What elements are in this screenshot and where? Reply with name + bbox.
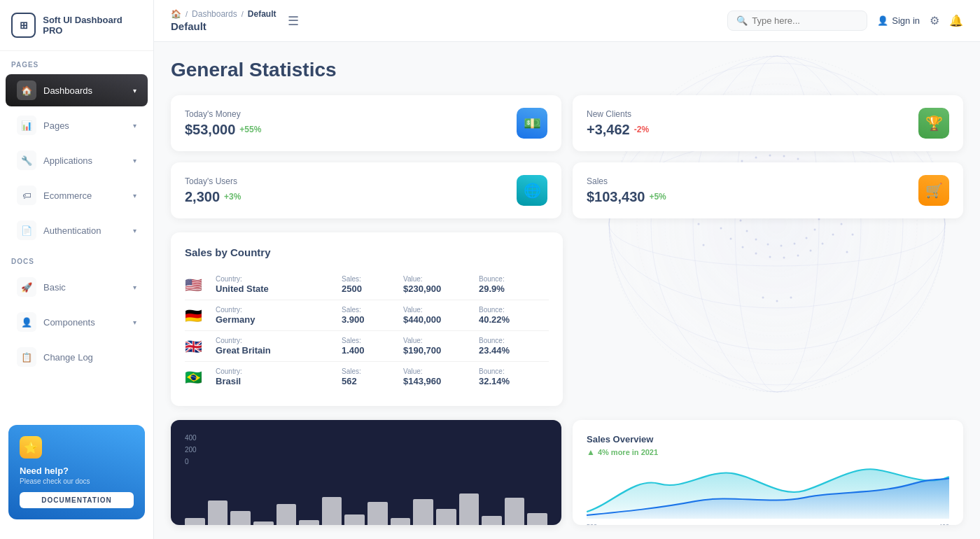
country-table: 🇺🇸 Country: United State Sales: 2500 Val… [185,270,549,392]
breadcrumb: 🏠 / Dashboards / Default [171,9,276,19]
stat-icon-money: 💵 [517,108,547,139]
basic-icon: 🚀 [17,277,36,297]
stat-value-clients: +3,462 [587,122,630,138]
sidebar-item-pages[interactable]: 📊 Pages ▾ [6,109,148,141]
topbar: 🏠 / Dashboards / Default Default ☰ 🔍 👤 S… [154,0,980,42]
chevron-basic: ▾ [133,284,136,291]
so-y2: 400 [939,523,949,525]
main-area: 🏠 / Dashboards / Default Default ☰ 🔍 👤 S… [154,0,980,539]
sales-country-card: Sales by Country 🇺🇸 Country: United Stat… [171,232,563,406]
svg-point-60 [852,234,854,236]
bar [276,504,297,525]
stat-card-money: Today's Money $53,000 +55% 💵 [171,95,561,151]
search-bar[interactable]: 🔍 [727,10,867,31]
bar [322,497,342,525]
bar [413,499,433,525]
sidebar-item-authentication[interactable]: 📄 Authentication ▾ [6,214,148,246]
sidebar-item-changelog[interactable]: 📋 Change Log [6,341,148,373]
content-area: General Statistics Today's Money $53,000… [154,42,980,539]
sidebar-label-changelog: Change Log [43,352,93,363]
sidebar-logo: ⊞ Soft UI Dashboard PRO [0,0,153,51]
stat-value-sales: $103,430 [587,189,645,205]
bell-icon[interactable]: 🔔 [949,14,963,27]
bar [459,493,479,525]
svg-point-65 [776,300,778,302]
svg-point-66 [762,297,764,299]
star-icon: ⭐ [20,436,42,458]
svg-point-32 [742,246,744,248]
bar [391,518,411,525]
signin-button[interactable]: 👤 Sign in [877,15,920,26]
svg-point-61 [846,251,848,253]
applications-icon: 🔧 [17,150,36,170]
svg-point-48 [794,243,796,245]
country-flag: 🇧🇷 [185,369,210,386]
stats-row: Today's Money $53,000 +55% 💵 New Clients… [171,95,963,218]
bar [185,518,205,525]
sales-country-title: Sales by Country [185,246,549,258]
stat-label-sales: Sales [587,176,666,186]
home-icon: 🏠 [171,9,181,19]
bar [208,500,228,525]
bar-y-200: 200 [185,446,197,454]
stat-value-money: $53,000 [185,122,235,138]
stat-value-users: 2,300 [185,189,220,205]
svg-point-51 [755,239,757,241]
sidebar-item-applications[interactable]: 🔧 Applications ▾ [6,144,148,176]
svg-point-34 [720,227,722,230]
svg-point-28 [797,255,799,257]
sidebar-label-applications: Applications [43,155,92,166]
breadcrumb-current: Default [248,9,276,19]
svg-point-46 [814,229,816,231]
bottom-charts-row: 400 200 0 Sales Overview ▲ [171,420,963,525]
bar-y-400: 400 [185,434,197,442]
sidebar-item-ecommerce[interactable]: 🏷 Ecommerce ▾ [6,179,148,211]
sales-overview-chart: 500 400 [587,463,949,519]
authentication-icon: 📄 [17,220,36,240]
sidebar-label-ecommerce: Ecommerce [43,190,92,201]
bar [368,502,388,525]
sales-overview-card: Sales Overview ▲ 4% more in 2021 [573,420,963,525]
bar-y-0: 0 [185,458,189,465]
chevron-dashboards: ▾ [133,87,136,94]
stat-label-money: Today's Money [185,109,261,119]
country-table-row: 🇬🇧 Country: Great Britain Sales: 1.400 V… [185,331,549,362]
bar [299,520,319,525]
sidebar-label-pages: Pages [43,120,69,131]
stat-icon-users: 🌐 [517,175,547,206]
page-title: Default [171,20,276,32]
user-icon: 👤 [877,15,888,26]
hamburger-menu[interactable]: ☰ [288,13,299,29]
bar-chart-card: 400 200 0 [171,420,561,525]
svg-point-49 [780,245,783,247]
sidebar-item-components[interactable]: 👤 Components ▾ [6,306,148,338]
bar [482,516,502,525]
search-input[interactable] [752,15,857,26]
sidebar-item-dashboards[interactable]: 🏠 Dashboards ▾ [6,74,148,106]
stat-icon-clients: 🏆 [918,108,949,139]
sidebar-item-basic[interactable]: 🚀 Basic ▾ [6,271,148,303]
chevron-applications: ▾ [133,157,136,164]
svg-point-25 [832,234,834,236]
bar [527,513,547,525]
stat-label-users: Today's Users [185,176,241,186]
search-icon: 🔍 [736,15,748,26]
changelog-icon: 📋 [17,347,36,367]
sidebar-label-basic: Basic [43,282,66,293]
svg-point-67 [790,297,792,299]
sidebar: ⊞ Soft UI Dashboard PRO PAGES 🏠 Dashboar… [0,0,154,539]
sidebar-label-authentication: Authentication [43,225,101,236]
svg-point-27 [810,250,812,252]
country-table-row: 🇺🇸 Country: United State Sales: 2500 Val… [185,270,549,300]
chevron-ecommerce: ▾ [133,192,136,200]
logo-icon: ⊞ [11,13,36,38]
bar-chart-visual [185,472,547,525]
stat-card-users: Today's Users 2,300 +3% 🌐 [171,162,561,218]
documentation-button[interactable]: DOCUMENTATION [20,492,134,508]
chevron-components: ▾ [133,318,136,326]
bar [253,522,274,525]
country-flag: 🇩🇪 [185,307,210,324]
chevron-authentication: ▾ [133,227,136,234]
settings-icon[interactable]: ⚙ [930,14,939,27]
svg-point-29 [783,257,785,259]
